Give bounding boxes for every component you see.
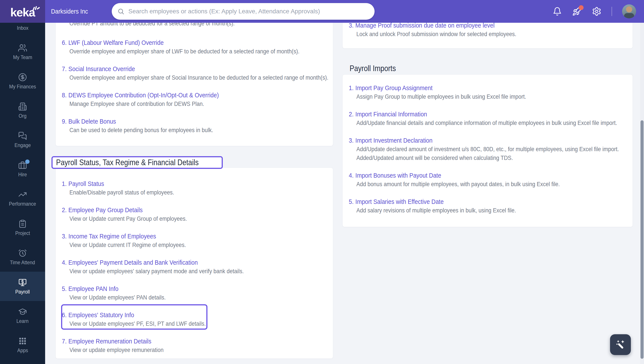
list-item: 1.Payroll Status Enable/Disable payroll … xyxy=(69,180,319,196)
item-description-line2: Added/Updated amount will be considered … xyxy=(356,154,587,162)
link-statutory-info[interactable]: Employees' Statutory Info xyxy=(68,311,134,319)
magic-wand-button[interactable] xyxy=(610,334,631,355)
link-remuneration-details[interactable]: Employee Remuneration Details xyxy=(68,337,151,345)
search-input[interactable] xyxy=(128,8,369,15)
item-description: View or Update current Pay Group of empl… xyxy=(69,215,289,222)
item-description: Can be used to delete pending bonus for … xyxy=(69,126,289,134)
item-number: 5. xyxy=(348,198,354,206)
item-description: Add salary revisions of multiple employe… xyxy=(356,207,587,214)
sidebar-item-label: Apps xyxy=(17,348,28,354)
item-description: Manage Employee share of contribution fo… xyxy=(69,100,289,108)
main-content: Override PT amount to be deducted for a … xyxy=(45,0,644,364)
item-number: 4. xyxy=(61,258,67,266)
notification-dot xyxy=(579,5,583,10)
link-dews-contribution[interactable]: DEWS Employee Contribution (Opt-In/Opt-O… xyxy=(68,91,219,99)
link-social-insurance-override[interactable]: Social Insurance Override xyxy=(68,65,135,73)
sidebar-item-my-team[interactable]: My Team xyxy=(0,37,45,66)
list-item: 4.Employees' Payment Details and Bank Ve… xyxy=(69,258,319,275)
item-number: 3. xyxy=(348,136,354,144)
scrollbar-track[interactable] xyxy=(640,23,644,364)
list-item: 3.Import Investment Declaration Add/Upda… xyxy=(356,136,619,162)
sidebar-item-time-attend[interactable]: Time Attend xyxy=(0,242,45,272)
sidebar-item-label: Time Attend xyxy=(10,260,35,266)
link-import-investment-declaration[interactable]: Import Investment Declaration xyxy=(355,136,433,144)
sidebar-item-hire[interactable]: Hire xyxy=(0,154,45,184)
link-import-salaries[interactable]: Import Salaries with Effective Date xyxy=(355,198,444,206)
item-description: Add/Update declared amount of investment… xyxy=(356,146,587,153)
item-description: View or Update employees' PF, ESI, PT an… xyxy=(69,320,289,328)
item-number: 2. xyxy=(348,110,354,118)
sidebar-item-label: Project xyxy=(15,230,30,236)
payroll-imports-heading: Payroll Imports xyxy=(350,64,396,73)
list-item: 9.Bulk Delete Bonus Can be used to delet… xyxy=(69,118,319,134)
chat-bubbles-icon xyxy=(18,132,27,140)
sidebar-item-label: My Team xyxy=(13,54,32,60)
whats-new-button[interactable] xyxy=(572,6,582,16)
item-description: View or Update employees' PAN details. xyxy=(69,294,289,301)
list-item: 5.Import Salaries with Effective Date Ad… xyxy=(356,198,619,214)
list-item: 2.Employee Pay Group Details View or Upd… xyxy=(69,206,319,222)
sidebar-item-org[interactable]: Org xyxy=(0,96,45,125)
search-bar[interactable] xyxy=(112,3,375,20)
bell-icon xyxy=(553,7,562,16)
list-item: 6.LWF (Labour Welfare Fund) Override Ove… xyxy=(69,39,319,55)
notifications-button[interactable] xyxy=(552,6,562,16)
item-description: Lock and unlock Proof submission window … xyxy=(356,30,587,38)
item-number: 6. xyxy=(61,39,67,46)
link-income-tax-regime[interactable]: Income Tax Regime of Employees xyxy=(68,232,156,240)
sidebar-nav: Inbox My Team My Finances Org xyxy=(0,8,45,360)
item-description: Enable/Disable payroll status of employe… xyxy=(69,189,289,196)
sidebar-item-engage[interactable]: Engage xyxy=(0,125,45,154)
sidebar-item-label: Org xyxy=(19,113,27,119)
link-bulk-delete-bonus[interactable]: Bulk Delete Bonus xyxy=(68,118,116,125)
link-import-pay-group[interactable]: Import Pay Group Assignment xyxy=(355,84,433,92)
keka-logo[interactable]: keka xyxy=(0,0,45,23)
sidebar-item-label: Performance xyxy=(9,201,36,207)
item-description: View or update employee remuneration xyxy=(69,346,289,354)
link-import-bonuses[interactable]: Import Bonuses with Payout Date xyxy=(355,172,441,180)
item-number: 4. xyxy=(348,172,354,180)
item-number: 6. xyxy=(61,311,67,319)
gear-icon xyxy=(592,6,601,16)
sidebar-item-payroll[interactable]: Payroll xyxy=(0,272,45,301)
keka-app: Inbox My Team My Finances Org xyxy=(0,0,644,364)
settings-button[interactable] xyxy=(592,6,601,16)
link-lwf-override[interactable]: LWF (Labour Welfare Fund) Override xyxy=(68,39,164,46)
briefcase-icon xyxy=(18,161,27,170)
link-employee-pan-info[interactable]: Employee PAN Info xyxy=(68,285,118,293)
list-item: 6.Employees' Statutory Info View or Upda… xyxy=(69,311,319,328)
building-icon xyxy=(18,102,27,111)
clipboard-icon xyxy=(18,220,27,228)
item-number: 9. xyxy=(61,118,67,125)
search-icon xyxy=(117,8,124,15)
item-description: Override employee and employer share of … xyxy=(69,74,289,82)
item-number: 3. xyxy=(61,232,67,240)
keka-logo-text: keka xyxy=(10,6,35,18)
sidebar-item-learn[interactable]: Learn xyxy=(0,301,45,330)
sidebar-item-project[interactable]: Project xyxy=(0,213,45,242)
user-avatar[interactable] xyxy=(622,4,636,18)
payroll-status-card: 1.Payroll Status Enable/Disable payroll … xyxy=(55,168,333,359)
list-item: 3.Income Tax Regime of Employees View or… xyxy=(69,232,319,249)
top-header: keka Darksiders Inc xyxy=(0,0,644,23)
item-description: View or update employees' salary payment… xyxy=(69,268,289,275)
item-description: Add/Update financial details and complia… xyxy=(356,119,587,127)
sidebar-item-label: Payroll xyxy=(15,289,30,295)
item-number: 2. xyxy=(61,206,67,214)
sidebar-item-label: Hire xyxy=(18,172,27,178)
sidebar-item-performance[interactable]: Performance xyxy=(0,184,45,213)
link-pay-group-details[interactable]: Employee Pay Group Details xyxy=(68,206,143,214)
sidebar-item-apps[interactable]: Apps xyxy=(0,330,45,360)
payroll-imports-card: 1.Import Pay Group Assignment Assign Pay… xyxy=(342,74,633,227)
link-payment-details-bank-verification[interactable]: Employees' Payment Details and Bank Veri… xyxy=(68,258,198,266)
trending-up-icon xyxy=(18,190,27,199)
link-payroll-status[interactable]: Payroll Status xyxy=(68,180,104,188)
sidebar-item-label: Engage xyxy=(15,142,31,148)
sidebar-item-my-finances[interactable]: My Finances xyxy=(0,66,45,96)
list-item: 8.DEWS Employee Contribution (Opt-In/Opt… xyxy=(69,91,319,108)
scrollbar-thumb[interactable] xyxy=(640,120,643,359)
magic-wand-icon xyxy=(615,339,626,350)
link-import-financial-info[interactable]: Import Financial Information xyxy=(355,110,427,118)
section-heading-highlight-box: Payroll Status, Tax Regime & Financial D… xyxy=(52,156,223,169)
list-item: 5.Employee PAN Info View or Update emplo… xyxy=(69,285,319,301)
